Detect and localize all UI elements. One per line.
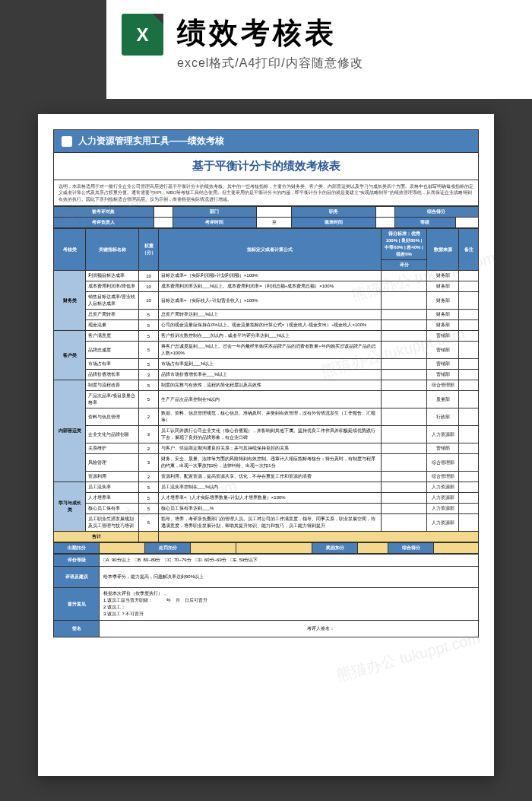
formula-cell: 总资产周转率达到___%以上 [159, 310, 382, 320]
total-weight [139, 532, 159, 542]
rating-text: □A. 90分以上 □B. 80~89分 □C. 70~79分 □D. 60分~… [100, 555, 479, 567]
source-cell: 人力资源部 [427, 482, 459, 493]
source-cell: 营销部 [427, 331, 459, 342]
col-source: 数据来源 [427, 229, 459, 271]
weight-cell: 5 [139, 514, 159, 532]
info-label: 考评负责人 [54, 218, 154, 228]
bonus-val [100, 543, 145, 554]
score-cell [382, 342, 427, 359]
source-cell: 综合管理部 [427, 472, 459, 482]
bonus-val [358, 543, 388, 554]
source-cell: 财务部 [427, 281, 459, 292]
score-cell [382, 426, 427, 443]
weight-cell: 3 [139, 454, 159, 472]
remark-cell [459, 342, 479, 359]
remark-cell [459, 482, 479, 493]
indicator-cell: 销售目标达成率/营业收入目标达成率 [86, 292, 139, 310]
bonus-label: 奖励加分 [312, 543, 358, 554]
weight-cell: 5 [139, 380, 159, 391]
source-cell: 营销部 [427, 370, 459, 380]
formula-cell: 指导、培养，考评所负责部门的管理人员。员工对公司的工作满意度，领导、同事关系，职… [159, 514, 382, 532]
score-cell [382, 320, 427, 331]
source-cell: 综合管理部 [427, 380, 459, 391]
indicator-cell: 员工流失率 [86, 482, 139, 493]
weight-cell: 5 [139, 504, 159, 514]
info-val [375, 207, 394, 218]
weight-cell: 5 [139, 320, 159, 331]
rating-label: 评价等级 [54, 555, 100, 567]
source-cell: 人力资源部 [427, 426, 459, 443]
remark-cell [459, 426, 479, 443]
remark-cell [459, 493, 479, 504]
score-cell [382, 359, 427, 370]
remark-cell [459, 310, 479, 320]
source-cell: 营销部 [427, 443, 459, 454]
col-category: 考核类 [54, 229, 86, 271]
weight-cell: 5 [139, 391, 159, 408]
page-subtitle: excel格式/A4打印/内容随意修改 [177, 56, 363, 72]
score-cell [382, 370, 427, 380]
indicator-cell: 制度与流程改善 [86, 380, 139, 391]
weight-cell: 10 [139, 292, 159, 310]
col-standard: 得分标准：优秀100% | 良好80% | 中等60% | 差40% | 很差0… [382, 229, 427, 260]
source-cell: 人力资源部 [427, 504, 459, 514]
score-cell [382, 504, 427, 514]
category-cell: 内部营运类 [54, 380, 86, 482]
remark-cell [459, 271, 479, 281]
remark-cell [459, 380, 479, 391]
weight-cell: 10 [139, 281, 159, 292]
category-cell: 客户类 [54, 331, 86, 380]
doc-banner: 人力资源管理实用工具——绩效考核 [53, 129, 479, 153]
indicator-cell: 市场占有率 [86, 359, 139, 370]
score-cell [382, 271, 427, 281]
weight-cell: 2 [139, 472, 159, 482]
weight-cell: 5 [139, 310, 159, 320]
formula-cell: 与客户、供应商定期沟通良好关系；并与其持续保持良好的关系 [159, 443, 382, 454]
formula-cell: 员工流失率控制在___%以内 [159, 482, 382, 493]
remark-cell [459, 454, 479, 472]
indicator-cell: 企业文化与品牌创新 [86, 426, 139, 443]
signature-area: 考评人签名： [100, 621, 479, 637]
indicator-cell: 产品次品率/项目质量合格率 [86, 391, 139, 408]
source-cell: 行政部 [427, 408, 459, 426]
indicator-cell: 品牌忠诚度 [86, 342, 139, 359]
bonus-label: 处罚扣分 [145, 543, 191, 554]
bonus-val [191, 543, 236, 554]
category-cell: 学习与成长类 [54, 482, 86, 532]
bonus-table: 出勤扣分 处罚扣分 奖励加分 综合得分 [53, 542, 479, 554]
source-cell: 人力资源部 [427, 493, 459, 504]
indicator-cell: 人才培养率 [86, 493, 139, 504]
weight-cell: 5 [139, 342, 159, 359]
info-label: 职务 [292, 207, 375, 218]
source-cell: 财务部 [427, 292, 459, 310]
weight-cell: 3 [139, 370, 159, 380]
info-label: 被考评对象 [54, 207, 154, 218]
formula-cell: 生产产品次品率控制在%以内 [159, 391, 382, 408]
source-cell: 质量部 [427, 391, 459, 408]
indicator-cell: 成本费用利润率/降低率 [86, 281, 139, 292]
formula-cell: 制度的完整与有效性，流程的简化程度以及高效性 [159, 380, 382, 391]
score-cell [382, 514, 427, 532]
formula-cell: 市场占有率提到___%以上 [159, 359, 382, 370]
weight-cell: 5 [139, 331, 159, 342]
promotion-label: 晋升意见 [54, 588, 100, 621]
main-table: 考核类 关键指标名称 权重（分） 指标定义或者计算公式 得分标准：优秀100% … [53, 228, 479, 542]
info-val [257, 207, 292, 218]
comment-text: 给本季评分，能力提高，问题解决率达到90%以上 [100, 567, 479, 588]
indicator-cell: 资源利用 [86, 472, 139, 482]
formula-cell: 员工认同并践行公司企业文化（核心价值观），并影响到其他下属。坚持优良工作作风并积… [159, 426, 382, 443]
formula-cell: 成本费用利润率达到___%以上。成本费用利润率=（利润总额÷成本费用总额）×10… [159, 281, 382, 292]
remark-cell [459, 292, 479, 310]
indicator-cell: 员工职业生涯发展规划及员工管理与技巧培训 [86, 514, 139, 532]
col-formula: 指标定义或者计算公式 [159, 229, 382, 271]
bonus-blank [236, 543, 312, 554]
weight-cell: 5 [139, 482, 159, 493]
indicator-cell: 关系维护 [86, 443, 139, 454]
score-cell [382, 472, 427, 482]
total-label: 合计 [54, 532, 139, 542]
bonus-label: 出勤扣分 [54, 543, 100, 554]
doc-description: 说明：本表格适用于对一般行业企业公司管理高层进行基于平衡计分卡的绩效考核。其中的… [53, 180, 479, 206]
reviewer-sig-label: 考评人签名： [307, 626, 334, 631]
remark-cell [459, 514, 479, 532]
page-header: X 绩效考核表 excel格式/A4打印/内容随意修改 [106, 0, 532, 99]
